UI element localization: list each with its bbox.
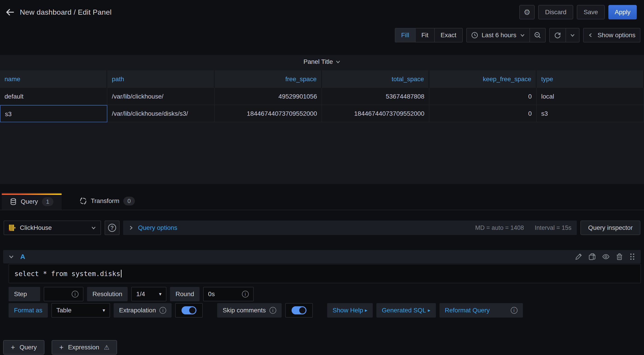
datasource-picker[interactable]: ClickHouse <box>4 220 101 235</box>
datasource-help-button[interactable]: ? <box>105 220 120 235</box>
query-inspector-button[interactable]: Query inspector <box>580 220 640 235</box>
discard-button[interactable]: Discard <box>538 5 573 20</box>
panel-title-menu[interactable]: Panel Title <box>0 55 644 68</box>
header-actions: ⚙ Discard Save Apply <box>519 5 637 20</box>
table-row: s3 /var/lib/clickhouse/disks/s3/ 1844674… <box>0 105 644 122</box>
column-header-free-space[interactable]: free_space <box>215 70 322 88</box>
drag-handle-icon[interactable] <box>629 253 636 260</box>
column-header-path[interactable]: path <box>107 70 215 88</box>
datasource-name: ClickHouse <box>20 224 87 232</box>
editor-tabs: Query 1 Transform 0 <box>0 192 644 210</box>
transform-count-badge: 0 <box>123 197 134 206</box>
show-help-button[interactable]: Show Help▸ <box>327 303 373 318</box>
chevron-down-icon <box>91 225 96 230</box>
cell-total-space[interactable]: 18446744073709552000 <box>322 105 429 122</box>
display-mode-fit[interactable]: Fit <box>416 28 435 42</box>
cell-free-space[interactable]: 18446744073709552000 <box>215 105 322 122</box>
info-icon[interactable]: i <box>242 291 249 298</box>
cell-total-space[interactable]: 53674487808 <box>322 88 429 105</box>
display-mode-exact[interactable]: Exact <box>435 28 462 42</box>
resolution-dropdown[interactable]: 1/4 ▾ <box>131 287 166 301</box>
step-input[interactable]: i <box>44 287 84 301</box>
panel-toolbar: Fill Fit Exact Last 6 hours <box>395 28 640 42</box>
column-header-keep-free-space[interactable]: keep_free_space <box>429 70 537 88</box>
arrow-left-icon <box>5 8 15 17</box>
plus-icon: + <box>11 343 15 352</box>
tab-transform[interactable]: Transform 0 <box>72 192 143 210</box>
column-header-type[interactable]: type <box>537 70 644 88</box>
generated-sql-button[interactable]: Generated SQL▸ <box>376 303 436 318</box>
query-row-header[interactable]: A <box>3 250 641 264</box>
info-icon[interactable]: i <box>72 291 78 298</box>
add-query-button[interactable]: + Query <box>3 340 44 354</box>
panel-settings-button[interactable]: ⚙ <box>519 5 535 20</box>
refresh-button[interactable] <box>550 28 566 42</box>
round-label: Round <box>170 287 200 301</box>
chevron-down-icon <box>8 254 14 259</box>
info-icon[interactable]: i <box>511 307 518 314</box>
chevron-down-icon <box>336 59 340 64</box>
reformat-query-button[interactable]: Reformat Query i <box>440 303 523 318</box>
eye-icon[interactable] <box>602 253 610 260</box>
skip-comments-toggle[interactable] <box>285 303 313 318</box>
back-button[interactable] <box>0 0 20 24</box>
help-icon: ? <box>108 224 116 232</box>
show-options-button[interactable]: Show options <box>584 28 640 42</box>
warning-icon: ⚠ <box>104 344 109 351</box>
top-header: New dashboard / Edit Panel ⚙ Discard Sav… <box>0 0 644 24</box>
time-picker-group: Last 6 hours <box>466 28 546 42</box>
extrapolation-text: Extrapolation <box>119 307 156 314</box>
cell-type[interactable]: s3 <box>537 105 644 122</box>
refresh-icon <box>554 32 561 38</box>
tab-query-label: Query <box>21 198 38 205</box>
cell-type[interactable]: local <box>537 88 644 105</box>
time-zoom-out-button[interactable] <box>530 28 545 42</box>
round-input[interactable]: 0s i <box>203 287 254 301</box>
table-row: default /var/lib/clickhouse/ 49529901056… <box>0 88 644 105</box>
save-button[interactable]: Save <box>577 5 605 20</box>
column-header-name[interactable]: name <box>0 70 107 88</box>
chevron-down-icon <box>520 33 525 38</box>
clickhouse-logo-icon <box>8 224 16 232</box>
sql-editor[interactable]: select * from system.disks <box>8 264 641 283</box>
refresh-interval-dropdown[interactable] <box>566 28 579 42</box>
query-ref-id[interactable]: A <box>20 253 25 260</box>
cell-path[interactable]: /var/lib/clickhouse/disks/s3/ <box>107 105 215 122</box>
clock-icon <box>471 32 478 38</box>
cell-name-focused[interactable]: s3 <box>0 105 107 122</box>
tab-query[interactable]: Query 1 <box>2 192 62 210</box>
copy-icon[interactable] <box>588 253 596 260</box>
format-options-row: Format as Table ▾ Extrapolation i Skip c… <box>8 303 641 318</box>
resolution-value: 1/4 <box>136 290 145 298</box>
interval-stat: Interval = 15s <box>535 224 572 232</box>
cell-free-space[interactable]: 49529901056 <box>215 88 322 105</box>
cell-keep-free-space[interactable]: 0 <box>429 105 537 122</box>
column-header-total-space[interactable]: total_space <box>322 70 429 88</box>
add-expression-button[interactable]: + Expression ⚠ <box>52 340 117 354</box>
chevron-left-icon <box>588 33 593 38</box>
refresh-group <box>549 28 580 42</box>
caret-down-icon: ▾ <box>102 308 105 313</box>
time-range-button[interactable]: Last 6 hours <box>467 28 530 42</box>
info-icon[interactable]: i <box>270 307 276 314</box>
cell-path[interactable]: /var/lib/clickhouse/ <box>107 88 215 105</box>
show-help-text: Show Help <box>332 307 363 314</box>
apply-button[interactable]: Apply <box>608 5 637 20</box>
query-options-stats: MD = auto = 1408 Interval = 15s <box>475 224 572 232</box>
add-expression-label: Expression <box>68 344 100 351</box>
caret-right-icon: ▸ <box>428 308 430 313</box>
add-query-label: Query <box>20 344 37 351</box>
cell-keep-free-space[interactable]: 0 <box>429 88 537 105</box>
trash-icon[interactable] <box>616 253 623 260</box>
show-options-label: Show options <box>598 32 636 39</box>
extrapolation-toggle[interactable] <box>175 303 203 318</box>
info-icon[interactable]: i <box>160 307 166 314</box>
display-mode-fill[interactable]: Fill <box>395 28 416 42</box>
query-options-bar: Query options MD = auto = 1408 Interval … <box>123 220 577 235</box>
collapse-query-button[interactable] <box>8 254 14 259</box>
format-as-dropdown[interactable]: Table ▾ <box>52 303 110 318</box>
edit-icon[interactable] <box>575 253 582 260</box>
chevron-right-icon <box>128 225 134 230</box>
query-options-toggle[interactable]: Query options <box>128 224 177 232</box>
cell-name[interactable]: default <box>0 88 107 105</box>
